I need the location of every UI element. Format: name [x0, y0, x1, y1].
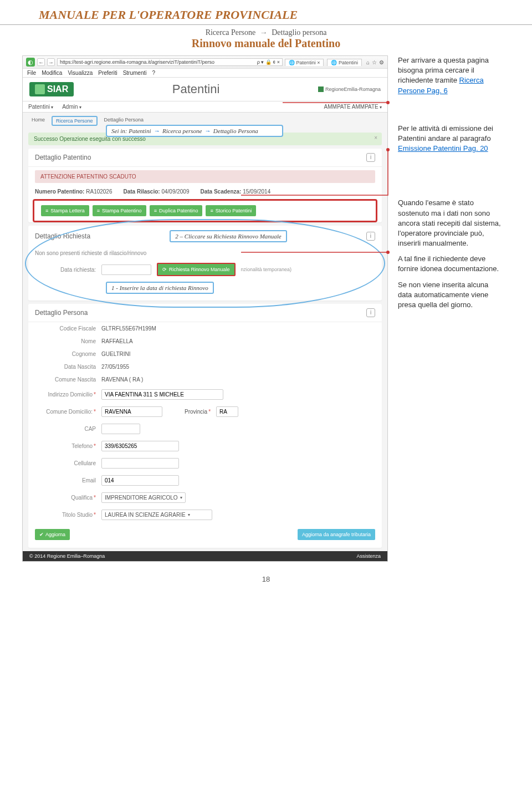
richiesta-rinnovo-manuale-button[interactable]: Richiesta Rinnovo Manuale	[157, 263, 236, 276]
list-icon	[45, 208, 48, 213]
address-bar[interactable]: https://test-agri.regione.emilia-romagna…	[57, 58, 283, 66]
home-icon[interactable]: ⌂	[366, 59, 370, 65]
data-richiesta-input[interactable]	[101, 264, 151, 275]
duplica-patentino-button[interactable]: Duplica Patentino	[150, 205, 203, 216]
annotation-sei-in: Sei in: Patentini → Ricerca persone → De…	[106, 125, 283, 137]
menu-visualizza[interactable]: Visualizza	[68, 70, 93, 76]
crumb-ricerca-persone[interactable]: Ricerca Persone	[52, 116, 98, 126]
indirizzo-input[interactable]	[101, 389, 223, 400]
panel-title: Dettaglio Patentino	[35, 154, 91, 161]
browser-window: ◐ ← → https://test-agri.regione.emilia-r…	[22, 55, 388, 562]
email-input[interactable]	[101, 475, 179, 486]
data-rilascio: 04/09/2009	[161, 189, 189, 195]
page-number: 18	[0, 575, 532, 590]
action-buttons-row: Stampa Lettera Stampa Patentino Duplica …	[33, 199, 377, 222]
panel-title: Dettaglio Persona	[35, 309, 88, 317]
aggiorna-button[interactable]: Aggiorna	[35, 529, 70, 540]
panel-dettaglio-persona: Dettaglio Persona i Codice FiscaleGLTRFL…	[28, 304, 382, 548]
panel-dettaglio-patentino: Dettaglio Patentino i ATTENZIONE PATENTI…	[28, 149, 382, 222]
stampa-lettera-button[interactable]: Stampa Lettera	[41, 205, 89, 216]
app-header: SIAR Patentini RegioneEmilia-Romagna	[23, 78, 387, 101]
storico-patentini-button[interactable]: Storico Patentini	[206, 205, 256, 216]
gear-icon[interactable]: ⚙	[379, 59, 384, 65]
document-subheader: Ricerca Persone → Dettaglio persona	[0, 28, 532, 37]
document-title: Rinnovo manuale del Patentino	[0, 37, 532, 50]
info-icon[interactable]: i	[366, 308, 375, 317]
nav-user[interactable]: AMMPATE AMMPATE	[324, 104, 382, 110]
menu-strumenti[interactable]: Strumenti	[123, 70, 147, 76]
info-icon[interactable]: i	[366, 153, 375, 162]
info-icon[interactable]: i	[366, 232, 375, 241]
nav-patentini[interactable]: Patentini	[28, 104, 53, 110]
comune-domicilio-input[interactable]	[101, 406, 162, 417]
cf-value: GLTRFL55E67H199M	[101, 325, 156, 332]
screenshot-area: ◐ ← → https://test-agri.regione.emilia-r…	[22, 55, 388, 562]
side-text: Per arrivare a questa pagina bisogna pri…	[398, 55, 502, 562]
list-icon	[97, 208, 100, 213]
browser-menu-bar: File Modifica Visualizza Preferiti Strum…	[23, 69, 387, 78]
aggiorna-anagrafe-button[interactable]: Aggiorna da anagrafe tributaria	[298, 529, 375, 540]
list-icon	[210, 208, 213, 213]
refresh-icon	[162, 267, 167, 272]
cap-input[interactable]	[101, 424, 140, 434]
app-title: Patentini	[74, 82, 318, 96]
nome-value: RAFFAELLA	[101, 338, 133, 344]
data-scadenza: 15/09/2014	[243, 189, 270, 195]
label-data-richiesta: Data richiesta:	[35, 267, 96, 273]
siar-logo: SIAR	[29, 82, 74, 96]
annotation-step-1: 1 - Inserire la data di richiesta Rinnov…	[106, 282, 214, 294]
region-icon	[318, 86, 324, 92]
close-icon[interactable]: ×	[374, 135, 377, 141]
alert-scaduto: ATTENZIONE PATENTINO SCADUTO	[35, 170, 375, 183]
nav-bar: Patentini Admin AMMPATE AMMPATE	[23, 101, 387, 113]
funz-temp-text: nzionalità temporanea)	[241, 267, 292, 272]
list-icon	[154, 208, 157, 213]
no-richieste-text: Non sono presenti richieste di rilascio/…	[35, 250, 146, 256]
region-brand: RegioneEmilia-Romagna	[318, 86, 381, 92]
crumb-home[interactable]: Home	[28, 116, 48, 126]
browser-app-icon: ◐	[26, 58, 35, 67]
cellulare-input[interactable]	[101, 458, 179, 469]
data-nascita-value: 27/05/1955	[101, 364, 129, 370]
nav-admin[interactable]: Admin	[62, 104, 81, 110]
menu-modifica[interactable]: Modifica	[42, 70, 62, 76]
browser-toolbar: ◐ ← → https://test-agri.regione.emilia-r…	[23, 56, 387, 69]
browser-tab-2[interactable]: 🌐 Patentini	[327, 59, 362, 66]
footer-assistenza-link[interactable]: Assistenza	[356, 553, 381, 559]
stampa-patentino-button[interactable]: Stampa Patentino	[93, 205, 146, 216]
app-footer: © 2014 Regione Emilia–Romagna Assistenza	[23, 551, 387, 561]
telefono-input[interactable]	[101, 441, 179, 451]
menu-preferiti[interactable]: Preferiti	[98, 70, 117, 76]
link-emissione-patentini[interactable]: Emissione Patentini Pag. 20	[398, 144, 488, 152]
panel-dettaglio-richiesta: Dettaglio Richiesta 2 – Cliccare su Rich…	[28, 226, 382, 301]
annotation-step-2: 2 – Cliccare su Richiesta Rinnovo Manual…	[170, 230, 287, 242]
document-header: MANUALE PER L'OPERATORE PROVINCIALE	[0, 0, 532, 25]
cognome-value: GUELTRINI	[101, 351, 131, 357]
menu-help[interactable]: ?	[152, 70, 155, 76]
titolo-studio-select[interactable]: LAUREA IN SCIENZE AGRARIE	[101, 510, 212, 520]
logo-mark-icon	[35, 84, 45, 94]
comune-nascita-value: RAVENNA ( RA )	[101, 376, 143, 383]
forward-button[interactable]: →	[47, 58, 55, 66]
menu-file[interactable]: File	[27, 70, 36, 76]
qualifica-select[interactable]: IMPRENDITORE AGRICOLO	[101, 492, 186, 503]
app-root: SIAR Patentini RegioneEmilia-Romagna Pat…	[23, 78, 387, 561]
panel-title: Dettaglio Richiesta	[35, 232, 90, 240]
numero-patentino: RA102026	[86, 189, 112, 195]
favorites-icon[interactable]: ☆	[372, 59, 377, 65]
browser-tab-1[interactable]: 🌐 Patentini ×	[285, 59, 324, 66]
provincia-input[interactable]	[216, 406, 238, 417]
back-button[interactable]: ←	[37, 58, 45, 66]
